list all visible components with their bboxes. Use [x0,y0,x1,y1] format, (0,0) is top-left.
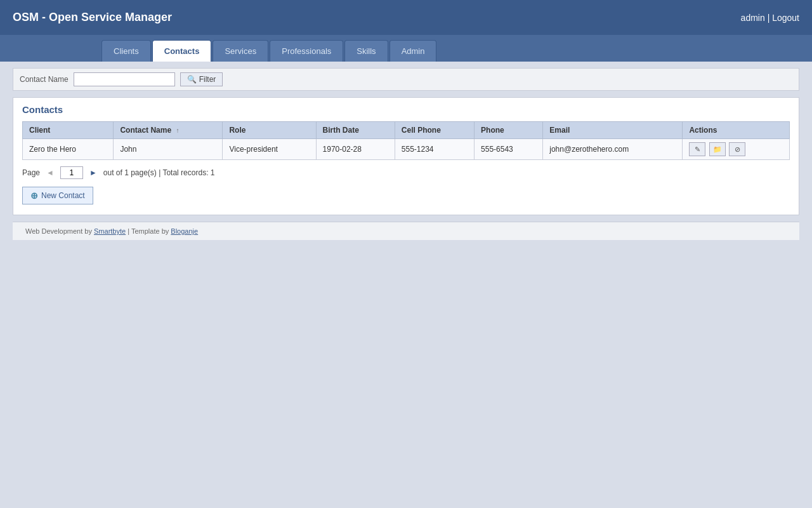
col-role-label: Role [229,126,246,135]
table-row: Zero the Hero John Vice-president 1970-0… [23,139,790,160]
pages-info: out of 1 page(s) | Total records: 1 [103,168,215,177]
filter-button[interactable]: 🔍 Filter [180,72,223,86]
logout-link[interactable]: Logout [772,13,799,23]
filter-label: Contact Name [20,75,69,84]
delete-button[interactable]: ⊘ [729,142,745,156]
tab-clients[interactable]: Clients [102,40,151,62]
header: OSM - Open Service Manager admin | Logou… [0,0,812,35]
new-contact-label: New Contact [41,191,85,200]
table-body: Zero the Hero John Vice-president 1970-0… [23,139,790,160]
col-header-role: Role [223,122,316,139]
pagination: Page ◄ ► out of 1 page(s) | Total record… [22,166,790,179]
col-header-birth-date: Birth Date [316,122,395,139]
content-wrapper: Contact Name 🔍 Filter Contacts Client Co… [0,62,812,508]
footer-template-link[interactable]: Bloganje [171,227,198,235]
tab-skills[interactable]: Skills [344,40,388,62]
edit-icon: ✎ [695,145,700,154]
footer-template-prefix: | Template by [126,227,171,235]
col-header-phone: Phone [475,122,543,139]
contacts-table: Client Contact Name ↑ Role Birth Date Ce… [22,121,790,160]
col-header-client: Client [23,122,114,139]
col-header-cell-phone: Cell Phone [395,122,474,139]
sort-icon: ↑ [176,127,179,134]
cell-actions: ✎ 📁 ⊘ [683,139,790,160]
prev-page-icon: ◄ [46,168,54,177]
cell-phone: 555-6543 [475,139,543,160]
col-contact-name-label: Contact Name [120,126,171,135]
page-number-input[interactable] [60,166,83,179]
edit-button[interactable]: ✎ [689,142,705,156]
cell-birth-date: 1970-02-28 [316,139,395,160]
delete-icon: ⊘ [735,145,740,154]
col-cell-phone-label: Cell Phone [402,126,441,135]
footer: Web Development by Smartbyte | Template … [13,222,799,240]
user-info: admin | Logout [741,13,799,23]
total-records: 1 [211,168,215,177]
footer-dev-prefix: Web Development by [25,227,94,235]
username: admin [741,13,765,23]
filter-button-label: Filter [199,75,216,84]
nav-bar: Clients Contacts Services Professionals … [0,35,812,62]
next-page-icon: ► [89,168,97,177]
table-header-row: Client Contact Name ↑ Role Birth Date Ce… [23,122,790,139]
col-header-email: Email [543,122,683,139]
prev-page-button[interactable]: ◄ [44,167,56,178]
cell-cell-phone: 555-1234 [395,139,474,160]
page-label: Page [22,168,40,177]
tab-contacts[interactable]: Contacts [152,40,212,62]
col-header-actions: Actions [683,122,790,139]
cell-client: Zero the Hero [23,139,114,160]
cell-email: john@zerothehero.com [543,139,683,160]
table-container: Contacts Client Contact Name ↑ Role Birt… [13,97,799,215]
tab-services[interactable]: Services [213,40,268,62]
table-title: Contacts [22,104,790,115]
new-contact-button[interactable]: ⊕ New Contact [22,187,93,204]
tab-admin[interactable]: Admin [390,40,437,62]
plus-icon: ⊕ [30,190,38,201]
search-icon: 🔍 [187,75,197,84]
footer-dev-link[interactable]: Smartbyte [94,227,126,235]
filter-bar: Contact Name 🔍 Filter [13,68,799,91]
col-phone-label: Phone [481,126,504,135]
pages-info-text: out of 1 page(s) | Total records: [103,168,209,177]
cell-role: Vice-president [223,139,316,160]
cell-contact-name: John [114,139,223,160]
col-client-label: Client [29,126,50,135]
contact-name-input[interactable] [74,72,175,86]
view-button[interactable]: 📁 [709,142,726,156]
next-page-button[interactable]: ► [87,167,100,178]
col-actions-label: Actions [689,126,717,135]
tab-professionals[interactable]: Professionals [270,40,343,62]
folder-icon: 📁 [713,145,722,154]
app-title: OSM - Open Service Manager [13,11,172,24]
col-header-contact-name[interactable]: Contact Name ↑ [114,122,223,139]
col-birth-date-label: Birth Date [323,126,359,135]
col-email-label: Email [549,126,570,135]
